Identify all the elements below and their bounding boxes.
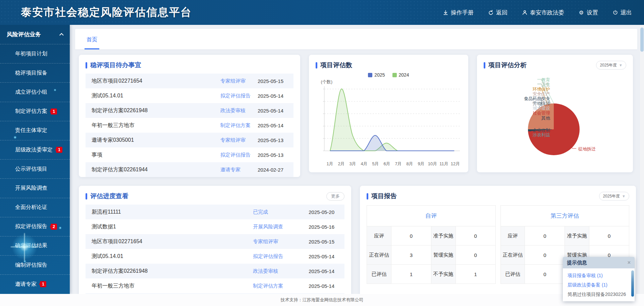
toast-link[interactable]: 项目报备审核 (1) [568,271,630,280]
status-link[interactable]: 制定评估方案 [220,122,252,129]
x-axis-tick: 7月 [393,161,404,167]
legend-swatch [368,73,372,77]
date-value: 2025-05-14 [303,254,344,259]
legend-item[interactable]: 2024 [392,72,409,78]
toast-body: 项目报备审核 (1)层级政法委备案 (1)简易过往项目报备20230226 [563,268,635,299]
report-card-title: 项目报告 [367,192,397,201]
status-link[interactable]: 已完成 [253,209,303,215]
sidebar-item[interactable]: 制定评估方案1 [0,102,70,121]
status-link[interactable]: 邀请专家 [220,167,252,173]
close-icon[interactable]: × [628,260,631,266]
tab-home[interactable]: 首页 [85,36,99,49]
date-value: 2025-05-13 [252,152,293,158]
sidebar-item[interactable]: 全面分析论证 [0,198,70,217]
notification-toast: 提示信息 × 项目报备审核 (1)层级政法委备案 (1)简易过往项目报备2023… [563,257,635,301]
status-link[interactable]: 政法委审核 [220,107,252,114]
project-name: 新流程11111 [92,209,253,216]
status-link[interactable]: 开展风险调查 [253,224,303,230]
chevron-down-icon: ▼ [622,194,626,198]
pie-label: 城市规划 [533,120,550,126]
project-name: 邀请专家0305001 [92,137,220,144]
sidebar-item[interactable]: 公示评估项目 [0,159,70,178]
list-item: 事项拟定评估报告2025-05-13 [86,147,293,162]
status-link[interactable]: 拟定评估报告 [220,93,252,99]
sidebar-item[interactable]: 开展风险调查 [0,178,70,198]
progress-card-title: 评估进度查看 [86,192,128,201]
header-link[interactable]: 退出 [612,9,632,16]
sidebar-item[interactable]: 责任主体审定 [0,121,70,140]
sidebar-section-header[interactable]: 风险评估业务 [0,25,70,44]
legend-item[interactable]: 2025 [368,72,385,78]
return-icon [488,9,494,15]
date-value: 2025-05-15 [303,239,344,245]
header-link[interactable]: 操作手册 [442,9,474,16]
sidebar-item[interactable]: 编制评估报告 [0,255,70,274]
page-footer: 技术支持：江苏海盟金网信息技术有限公司 [0,294,644,306]
pie-chart: 教育卫生环境保护安全生产食品药品安全劳动保障城乡建设社会管理其他城市规划企业改制… [477,72,633,172]
more-button[interactable]: 更多 [326,192,344,201]
download-icon [442,9,448,15]
x-axis-tick: 11月 [438,161,450,167]
toast-header: 提示信息 × [563,257,635,268]
date-value: 2025-05-14 [303,283,344,289]
project-name: 地区市项目02271654 [92,238,253,245]
page-scrollbar[interactable] [640,25,644,294]
list-item: 制定评估方案02261944邀请专家2024-02-27 [86,162,293,177]
list-item: 年初一般三方地市制定评估方案2025-05-14 [86,278,344,293]
main-area: 首页 稳评项目待办事宜 地区市项目02271654专家组评审2025-05-15… [70,25,640,294]
year-filter-select[interactable]: 2025年度 ▼ [596,61,626,70]
project-name: 事项 [92,151,220,159]
notification-badge: 1 [51,108,57,115]
sidebar-item[interactable]: 稳评项目报备 [0,63,70,82]
project-name: 年初一般三方地市 [92,122,220,129]
header-link[interactable]: 返回 [488,9,507,16]
header-link[interactable]: 泰安市政法委 [522,9,564,16]
header-link[interactable]: ⚙设置 [578,9,598,16]
x-axis-tick: 12月 [450,161,461,167]
date-value: 2025-05-14 [252,123,293,128]
table-row: 已评估1 不予实施1 [367,265,496,284]
x-axis-tick: 3月 [347,161,359,167]
x-axis-tick: 2月 [336,161,347,167]
progress-card: 评估进度查看 更多 新流程11111已完成2025-05-20测试数据1开展风险… [79,186,351,294]
pie-label: 征地拆迁 [578,146,596,152]
date-value: 2025-05-14 [252,108,293,114]
year-filter-select[interactable]: 2025年度 ▼ [599,192,629,201]
project-name: 制定评估方案02261948 [92,268,253,275]
date-value: 2025-05-14 [252,93,293,99]
notification-badge: 2 [51,224,57,230]
todo-card: 稳评项目待办事宜 地区市项目02271654专家组评审2025-05-15测试0… [79,55,300,177]
todo-list: 地区市项目02271654专家组评审2025-05-15测试05.14.01拟定… [86,74,293,177]
table-row: 应评0 准予实施0 [500,226,629,246]
gear-icon: ⚙ [578,9,584,15]
project-name: 测试05.14.01 [92,253,253,260]
toast-items: 项目报备审核 (1)层级政法委备案 (1)简易过往项目报备20230226 [568,271,630,299]
x-axis-tick: 6月 [381,161,393,167]
status-link[interactable]: 专家组评审 [220,78,252,84]
sidebar: 风险评估业务 年初项目计划稳评项目报备成立评估小组制定评估方案1责任主体审定层级… [0,25,70,294]
status-link[interactable]: 拟定评估报告 [220,152,252,158]
year-filter-value: 2025年度 [603,193,620,199]
status-link[interactable]: 专家组评审 [220,137,252,143]
status-link[interactable]: 拟定评估报告 [253,253,303,260]
toast-scrollbar[interactable] [631,270,634,297]
list-item: 测试05.14.01拟定评估报告2025-05-14 [86,88,293,103]
status-link[interactable]: 专家组评审 [253,238,303,245]
toast-title: 提示信息 [567,260,587,266]
todo-card-title: 稳评项目待办事宜 [86,61,141,70]
sidebar-item[interactable]: 邀请专家1 [0,274,70,294]
project-name: 地区市项目02271654 [92,78,220,85]
progress-list: 新流程11111已完成2025-05-20测试数据1开展风险调查2025-05-… [86,205,344,294]
header-links: 操作手册返回泰安市政法委⚙设置退出 [442,9,632,16]
x-axis-labels: 1月2月3月4月5月6月7月8月9月10月11月12月 [316,161,461,167]
sidebar-item[interactable]: 成立评估小组 [0,82,70,101]
toast-link[interactable]: 层级政法委备案 (1) [568,280,630,290]
status-link[interactable]: 制定评估方案 [253,283,303,289]
sidebar-item[interactable]: 年初项目计划 [0,44,70,63]
sidebar-item[interactable]: 层级政法委审定1 [0,140,70,159]
scrollbar-thumb[interactable] [640,28,644,52]
status-link[interactable]: 政法委审核 [253,268,303,274]
sidebar-item[interactable]: 确定评估结果 [0,236,70,255]
sidebar-item[interactable]: 拟定评估报告2 [0,217,70,236]
report-table-title: 第三方评估 [500,206,629,226]
